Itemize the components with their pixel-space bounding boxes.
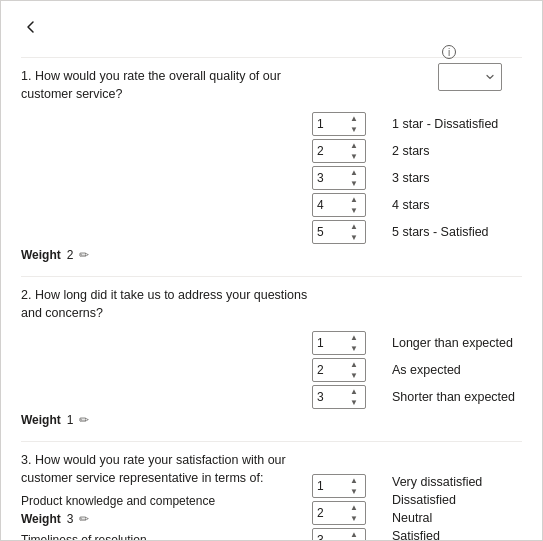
- response-text: 4 stars: [392, 198, 522, 212]
- points-input[interactable]: 2 ▲ ▼: [312, 139, 366, 163]
- question-row-2: 2. How long did it take us to address yo…: [21, 287, 522, 328]
- q2-weight-value: 1: [67, 413, 74, 427]
- response-text: 3 stars: [392, 171, 522, 185]
- base-score-label: i: [438, 45, 456, 59]
- spin-down[interactable]: ▼: [347, 397, 361, 408]
- points-input[interactable]: 1 ▲ ▼: [312, 112, 366, 136]
- question-row-3: 3. How would you rate your satisfaction …: [21, 452, 522, 541]
- points-input[interactable]: 3 ▲ ▼: [312, 166, 366, 190]
- base-score-info-icon[interactable]: i: [442, 45, 456, 59]
- table-row: 2 ▲ ▼ 2 stars: [21, 139, 522, 163]
- q1-weight-label: Weight: [21, 248, 61, 262]
- points-input[interactable]: 2 ▲ ▼: [312, 358, 366, 382]
- q3-sub1-weight-label: Weight: [21, 512, 61, 526]
- q3-sub1-edit-icon[interactable]: ✏: [79, 512, 89, 526]
- q1-edit-icon[interactable]: ✏: [79, 248, 89, 262]
- q3-sub1-weight-value: 3: [67, 512, 74, 526]
- base-score-select[interactable]: [438, 63, 502, 91]
- spin-up[interactable]: ▲: [347, 332, 361, 343]
- q3-points-col: 1 ▲ ▼ 2 ▲ ▼ 3 ▲ ▼ 4 ▲ ▼ 5 ▲ ▼: [312, 452, 392, 541]
- points-input[interactable]: 4 ▲ ▼: [312, 193, 366, 217]
- question-3-text: 3. How would you rate your satisfaction …: [21, 452, 312, 487]
- spin-down[interactable]: ▼: [347, 370, 361, 381]
- spin-down[interactable]: ▼: [347, 343, 361, 354]
- spin-down[interactable]: ▼: [347, 124, 361, 135]
- spin-up[interactable]: ▲: [347, 113, 361, 124]
- response-text: 2 stars: [392, 144, 522, 158]
- spin-up[interactable]: ▲: [347, 359, 361, 370]
- base-score-section: i: [438, 45, 502, 91]
- q3-responses-col: Very dissatisfiedDissatisfiedNeutralSati…: [392, 452, 522, 541]
- response-text: Neutral: [392, 511, 432, 525]
- spin-up[interactable]: ▲: [347, 167, 361, 178]
- spin-down[interactable]: ▼: [347, 486, 361, 497]
- table-row: 1 ▲ ▼ Longer than expected: [21, 331, 522, 355]
- q1-response-rows: 1 ▲ ▼ 1 star - Dissatisfied 2 ▲ ▼ 2 star…: [21, 112, 522, 244]
- q2-weight-label: Weight: [21, 413, 61, 427]
- table-row: 5 ▲ ▼ 5 stars - Satisfied: [21, 220, 522, 244]
- question-2-text: 2. How long did it take us to address yo…: [21, 287, 312, 322]
- q2-weight-row: Weight 1 ✏: [21, 413, 522, 427]
- points-input[interactable]: 3 ▲ ▼: [312, 385, 366, 409]
- table-row: 3 ▲ ▼ 3 stars: [21, 166, 522, 190]
- response-text: 1 star - Dissatisfied: [392, 117, 522, 131]
- response-text: Shorter than expected: [392, 390, 522, 404]
- spin-up[interactable]: ▲: [347, 140, 361, 151]
- points-input[interactable]: 5 ▲ ▼: [312, 220, 366, 244]
- q1-weight-row: Weight 2 ✏: [21, 248, 522, 262]
- question-block-1: 1. How would you rate the overall qualit…: [21, 68, 522, 262]
- points-input[interactable]: 3 ▲ ▼: [312, 528, 366, 541]
- spin-up[interactable]: ▲: [347, 221, 361, 232]
- chevron-down-icon: [485, 72, 495, 82]
- spin-down[interactable]: ▼: [347, 151, 361, 162]
- response-text: 5 stars - Satisfied: [392, 225, 522, 239]
- response-text: Satisfied: [392, 529, 440, 541]
- divider-2: [21, 441, 522, 442]
- spin-up[interactable]: ▲: [347, 475, 361, 486]
- spin-up[interactable]: ▲: [347, 386, 361, 397]
- points-input[interactable]: 1 ▲ ▼: [312, 474, 366, 498]
- q3-sub1-label: Product knowledge and competence: [21, 494, 215, 508]
- response-text: Dissatisfied: [392, 493, 456, 507]
- back-button[interactable]: [21, 17, 41, 37]
- question-block-3: 3. How would you rate your satisfaction …: [21, 452, 522, 541]
- response-text: Longer than expected: [392, 336, 522, 350]
- response-text: Very dissatisfied: [392, 475, 482, 489]
- question-1-text: 1. How would you rate the overall qualit…: [21, 68, 312, 103]
- spin-up[interactable]: ▲: [347, 194, 361, 205]
- spin-down[interactable]: ▼: [347, 178, 361, 189]
- q2-response-rows: 1 ▲ ▼ Longer than expected 2 ▲ ▼ As expe…: [21, 331, 522, 409]
- spin-up[interactable]: ▲: [347, 502, 361, 513]
- response-text: As expected: [392, 363, 522, 377]
- spin-down[interactable]: ▼: [347, 513, 361, 524]
- q1-weight-value: 2: [67, 248, 74, 262]
- q2-edit-icon[interactable]: ✏: [79, 413, 89, 427]
- points-input[interactable]: 2 ▲ ▼: [312, 501, 366, 525]
- q3-sub1-weight-row: Weight 3 ✏: [21, 512, 312, 526]
- divider-1: [21, 276, 522, 277]
- edit-score-dialog: i 1. How would you rate the overall qual…: [0, 0, 543, 541]
- table-row: 4 ▲ ▼ 4 stars: [21, 193, 522, 217]
- dialog-header: [21, 17, 522, 37]
- table-row: 3 ▲ ▼ Shorter than expected: [21, 385, 522, 409]
- table-row: 1 ▲ ▼ 1 star - Dissatisfied: [21, 112, 522, 136]
- spin-down[interactable]: ▼: [347, 232, 361, 243]
- spin-down[interactable]: ▼: [347, 205, 361, 216]
- points-input[interactable]: 1 ▲ ▼: [312, 331, 366, 355]
- table-row: 2 ▲ ▼ As expected: [21, 358, 522, 382]
- question-block-2: 2. How long did it take us to address yo…: [21, 287, 522, 427]
- spin-up[interactable]: ▲: [347, 529, 361, 540]
- q3-sub2-label: Timeliness of resolution: [21, 533, 147, 541]
